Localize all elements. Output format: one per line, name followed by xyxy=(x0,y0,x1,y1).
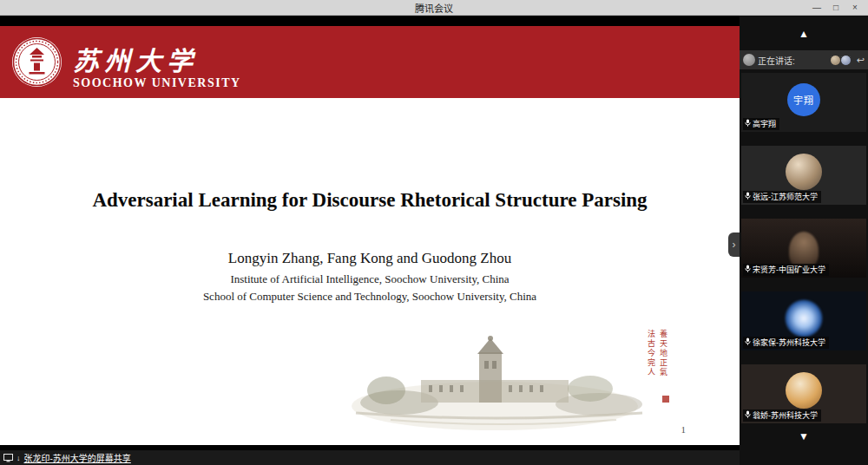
screen-share-area: 苏州大学 SOOCHOW UNIVERSITY Adversarial Lear… xyxy=(0,16,740,465)
video-sidebar: ▲ 正在讲话: ↩ 宇翔 高宇翔 xyxy=(740,16,868,465)
reply-arrow-icon[interactable]: ↩ xyxy=(857,55,865,66)
participant-name-badge: 高宇翔 xyxy=(743,118,779,130)
participant-tile[interactable]: 翁娇-苏州科技大学 xyxy=(741,364,866,423)
slide-header-banner: 苏州大学 SOOCHOW UNIVERSITY xyxy=(0,26,740,98)
triangle-up-icon: ▲ xyxy=(799,28,809,40)
close-icon[interactable]: × xyxy=(845,0,865,16)
triangle-down-icon: ▼ xyxy=(799,430,809,442)
participant-name-badge: 翁娇-苏州科技大学 xyxy=(743,409,821,422)
presentation-slide: 苏州大学 SOOCHOW UNIVERSITY Adversarial Lear… xyxy=(0,26,740,445)
participant-name: 张远-江苏师范大学 xyxy=(753,192,818,202)
window-titlebar: 腾讯会议 — □ × xyxy=(0,0,868,16)
microphone-icon xyxy=(745,119,751,129)
speaker-avatar xyxy=(743,54,755,66)
sidebar-collapse-button[interactable]: › xyxy=(728,232,740,257)
screen-share-icon xyxy=(3,454,13,462)
microphone-icon xyxy=(745,192,751,202)
scroll-down-button[interactable]: ▼ xyxy=(740,430,868,442)
microphone-icon xyxy=(745,337,751,348)
avatar: 宇翔 xyxy=(787,83,820,116)
soochow-university-logo xyxy=(11,36,62,88)
participant-name: 翁娇-苏州科技大学 xyxy=(753,410,818,421)
participant-tile[interactable]: 徐家保-苏州科技大学 xyxy=(741,291,866,350)
sharer-name-label: 张龙印-苏州大学的屏幕共享 xyxy=(24,451,131,464)
microphone-icon xyxy=(745,410,751,421)
microphone-icon xyxy=(745,265,751,275)
university-motto-col1: 養天地正氣 xyxy=(658,330,669,390)
participant-tile[interactable]: 张远-江苏师范大学 xyxy=(741,146,866,205)
speaker-mini-avatar xyxy=(830,55,841,66)
calligraphy-seal xyxy=(662,396,669,403)
university-motto-col2: 法古今完人 xyxy=(646,330,657,390)
download-arrow-icon: ↓ xyxy=(16,454,21,462)
maximize-icon[interactable]: □ xyxy=(826,0,845,16)
participant-name: 宋贤芳-中国矿业大学 xyxy=(753,265,825,275)
participant-name: 高宇翔 xyxy=(753,119,776,129)
speaker-mini-avatar xyxy=(840,55,852,66)
speaking-label: 正在讲话: xyxy=(758,54,831,67)
chevron-right-icon: › xyxy=(733,239,736,251)
participant-name: 徐家保-苏州科技大学 xyxy=(753,337,825,348)
scroll-up-button[interactable]: ▲ xyxy=(740,28,868,40)
slide-page-number: 1 xyxy=(681,424,687,435)
university-name-english: SOOCHOW UNIVERSITY xyxy=(73,76,241,90)
screen-share-statusbar: ↓ 张龙印-苏州大学的屏幕共享 xyxy=(0,450,740,465)
window-controls: — □ × xyxy=(807,0,865,16)
participant-tile[interactable]: 宇翔 高宇翔 xyxy=(741,73,866,132)
active-speaker-bar[interactable]: 正在讲话: ↩ xyxy=(740,50,868,69)
minimize-icon[interactable]: — xyxy=(807,0,826,16)
slide-title: Adversarial Learning for Discourse Rheto… xyxy=(0,189,740,212)
slide-authors: Longyin Zhang, Fang Kong and Guodong Zho… xyxy=(0,250,740,267)
slide-affiliation-2: School of Computer Science and Technolog… xyxy=(0,290,740,304)
meeting-window: 腾讯会议 — □ × xyxy=(0,0,868,465)
participant-tiles: 宇翔 高宇翔 xyxy=(740,73,868,423)
window-title: 腾讯会议 xyxy=(415,1,453,15)
participant-name-badge: 张远-江苏师范大学 xyxy=(743,191,821,203)
university-name-chinese: 苏州大学 xyxy=(73,40,198,78)
slide-affiliation-1: Institute of Artificial Intelligence, So… xyxy=(0,272,740,286)
campus-watercolor-painting: 養天地正氣 法古今完人 xyxy=(339,326,681,437)
participant-name-badge: 徐家保-苏州科技大学 xyxy=(743,337,829,349)
participant-tile[interactable]: 宋贤芳-中国矿业大学 xyxy=(741,219,866,278)
participant-name-badge: 宋贤芳-中国矿业大学 xyxy=(743,264,829,276)
